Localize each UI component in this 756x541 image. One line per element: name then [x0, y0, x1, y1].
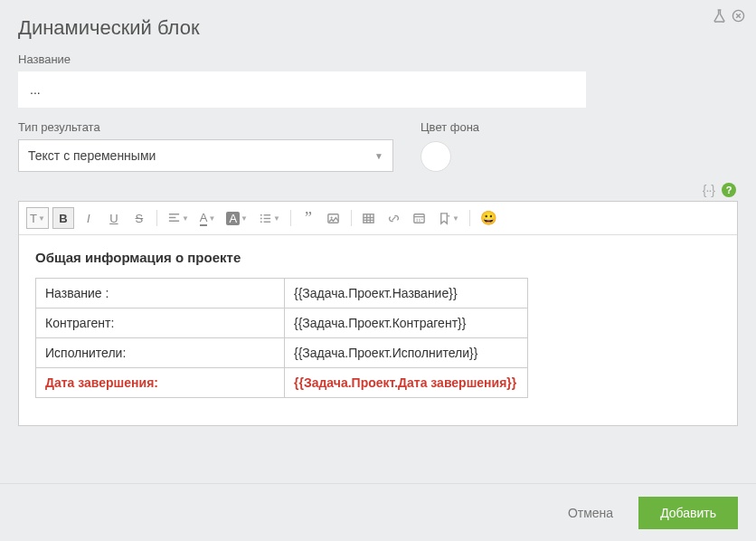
chevron-down-icon: ▼ [241, 214, 248, 223]
result-type-label: Тип результата [18, 120, 393, 134]
toolbar-separator [156, 210, 157, 226]
chevron-down-icon: ▼ [452, 214, 459, 223]
dynamic-block-dialog: Динамический блок Название Тип результат… [0, 0, 756, 541]
add-button[interactable]: Добавить [638, 497, 738, 529]
result-type-select[interactable]: Текст с переменными ▼ [18, 139, 393, 172]
svg-point-5 [331, 216, 333, 218]
header-actions [713, 9, 745, 25]
content-heading: Общая информация о проекте [35, 250, 721, 265]
dialog-footer: Отмена Добавить [0, 483, 756, 541]
chevron-down-icon: ▼ [208, 214, 215, 223]
bg-color-button[interactable]: A▼ [222, 207, 251, 229]
underline-button[interactable]: U [103, 207, 125, 229]
name-label: Название [18, 52, 738, 66]
bookmark-button[interactable]: ▼ [434, 207, 463, 229]
chevron-down-icon: ▼ [374, 151, 383, 161]
strike-button[interactable]: S [128, 207, 150, 229]
table-row: Контрагент: {{Задача.Проект.Контрагент}} [36, 308, 528, 338]
type-color-row: Тип результата Текст с переменными ▼ Цве… [18, 120, 738, 172]
svg-point-2 [260, 217, 262, 219]
svg-rect-6 [364, 214, 373, 222]
row-value: {{Задача.Проект.Дата завершения}} [285, 368, 528, 398]
bg-color-label: Цвет фона [421, 120, 479, 134]
close-icon[interactable] [732, 9, 745, 25]
bg-color-swatch[interactable] [421, 141, 451, 172]
toolbar-separator [290, 210, 291, 226]
editor-content-area[interactable]: Общая информация о проекте Название : {{… [19, 235, 737, 425]
table-row-highlighted: Дата завершения: {{Задача.Проект.Дата за… [36, 368, 528, 398]
align-button[interactable]: ▼ [164, 207, 193, 229]
name-field: Название [18, 52, 738, 108]
row-label: Название : [36, 279, 285, 308]
cancel-button[interactable]: Отмена [559, 498, 622, 527]
bold-button[interactable]: B [52, 207, 74, 229]
link-button[interactable] [383, 207, 405, 229]
font-color-button[interactable]: A▼ [196, 207, 220, 229]
chevron-down-icon: ▼ [38, 214, 45, 223]
row-label: Контрагент: [36, 308, 285, 338]
dialog-body: Название Тип результата Текст с переменн… [0, 43, 756, 483]
emoji-button[interactable]: 😀 [477, 207, 501, 229]
svg-point-1 [260, 214, 262, 215]
name-input[interactable] [18, 71, 586, 108]
dialog-title: Динамический блок [18, 16, 738, 40]
editor-top-actions: {··} ? [18, 183, 738, 197]
row-value: {{Задача.Проект.Контрагент}} [285, 308, 528, 338]
flask-icon[interactable] [713, 9, 726, 25]
rich-text-editor: T▼ B I U S ▼ A▼ A▼ ▼ ” [18, 201, 738, 426]
table-row: Исполнители: {{Задача.Проект.Исполнители… [36, 338, 528, 368]
toolbar-separator [469, 210, 470, 226]
row-label: Дата завершения: [36, 368, 285, 398]
list-button[interactable]: ▼ [255, 207, 284, 229]
bg-color-field: Цвет фона [421, 120, 479, 172]
svg-point-3 [260, 221, 262, 223]
table-row: Название : {{Задача.Проект.Название}} [36, 279, 528, 308]
dialog-header: Динамический блок [0, 0, 756, 43]
editor-toolbar: T▼ B I U S ▼ A▼ A▼ ▼ ” [19, 202, 737, 235]
result-type-value: Текст с переменными [28, 148, 156, 163]
italic-button[interactable]: I [78, 207, 99, 229]
image-button[interactable] [323, 207, 345, 229]
chevron-down-icon: ▼ [273, 214, 280, 223]
result-type-field: Тип результата Текст с переменными ▼ [18, 120, 393, 172]
quote-button[interactable]: ” [298, 207, 319, 229]
variables-icon[interactable]: {··} [703, 183, 714, 197]
project-info-table: Название : {{Задача.Проект.Название}} Ко… [35, 278, 528, 398]
text-style-button[interactable]: T▼ [26, 207, 49, 229]
code-button[interactable] [409, 207, 430, 229]
help-icon[interactable]: ? [722, 183, 736, 197]
toolbar-separator [351, 210, 352, 226]
row-label: Исполнители: [36, 338, 285, 368]
table-button[interactable] [358, 207, 380, 229]
chevron-down-icon: ▼ [182, 214, 189, 223]
row-value: {{Задача.Проект.Название}} [285, 279, 528, 308]
row-value: {{Задача.Проект.Исполнители}} [285, 338, 528, 368]
